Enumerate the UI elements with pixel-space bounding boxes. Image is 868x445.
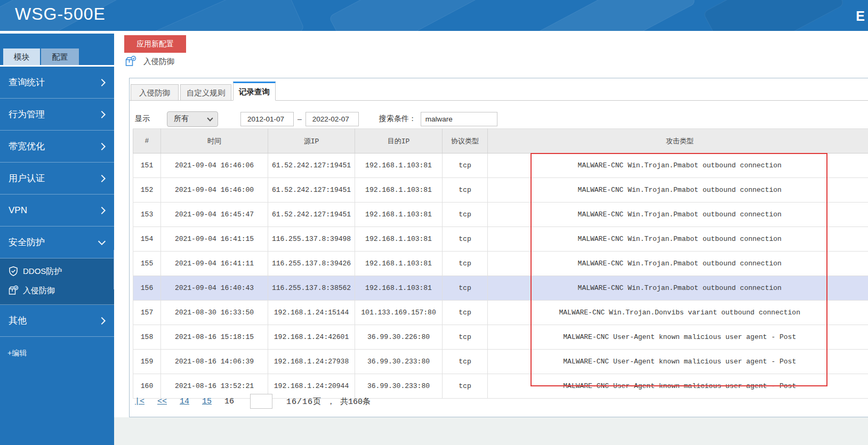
sidebar-item[interactable]: VPN (0, 195, 114, 226)
sidebar-item[interactable]: 查询统计 (0, 67, 114, 99)
main-content: 应用新配置 入侵防御 入侵防御自定义规则记录查询 显示 所有 – 搜索条件： (114, 31, 868, 445)
cell-attack-type: MALWARE-CNC Win.Trojan.Pmabot outbound c… (488, 178, 868, 203)
page-info: 16/16页 (286, 397, 322, 407)
cell-index: 159 (133, 350, 161, 374)
table-row[interactable]: 1552021-09-04 16:41:11116.255.137.8:3942… (133, 252, 868, 276)
cell-protocol: tcp (443, 252, 488, 276)
cell-source-ip: 61.52.242.127:19451 (268, 178, 355, 203)
cell-attack-type: MALWARE-CNC User-Agent known malicious u… (488, 374, 868, 399)
cell-protocol: tcp (443, 325, 488, 350)
sidebar-item-label: 其他 (9, 305, 27, 336)
display-select[interactable]: 所有 (167, 111, 218, 127)
cell-protocol: tcp (443, 227, 488, 252)
table-row[interactable]: 1592021-08-16 14:06:39192.168.1.24:27938… (133, 350, 868, 374)
cell-time: 2021-09-04 16:41:15 (161, 227, 268, 252)
column-header: 源IP (268, 129, 355, 153)
table-row[interactable]: 1582021-08-16 15:18:15192.168.1.24:42601… (133, 325, 868, 350)
breadcrumb: 入侵防御 (125, 55, 174, 67)
sidebar-edit-link[interactable]: +编辑 (7, 349, 114, 358)
sidebar-item-ddos[interactable]: DDOS防护 (0, 262, 114, 281)
sidebar-item-label: 带宽优化 (9, 131, 45, 162)
shield-check-icon (8, 266, 19, 277)
table-row[interactable]: 1522021-09-04 16:46:0061.52.242.127:1945… (133, 178, 868, 203)
cell-protocol: tcp (443, 153, 488, 178)
cell-attack-type: MALWARE-CNC Win.Trojan.Donvibs variant o… (488, 301, 868, 325)
table-row[interactable]: 1562021-09-04 16:40:43116.255.137.8:3856… (133, 276, 868, 301)
cell-source-ip: 61.52.242.127:19451 (268, 153, 355, 178)
sidebar-item[interactable]: 带宽优化 (0, 131, 114, 163)
sidebar-item-label: DDOS防护 (23, 266, 62, 277)
prev-page-link[interactable]: << (157, 397, 167, 406)
sidebar-item[interactable]: 行为管理 (0, 99, 114, 131)
cell-attack-type: MALWARE-CNC User-Agent known malicious u… (488, 350, 868, 374)
content-tab[interactable]: 入侵防御 (131, 84, 179, 100)
page-links: 1415 (180, 397, 224, 406)
chevron-right-icon (98, 142, 106, 150)
sidebar-item-label: 用户认证 (9, 163, 45, 194)
content-tab[interactable]: 记录查询 (233, 82, 276, 101)
cell-protocol: tcp (443, 276, 488, 301)
cell-time: 2021-09-04 16:46:06 (161, 153, 268, 178)
cell-protocol: tcp (443, 374, 488, 399)
sidebar-item[interactable]: 用户认证 (0, 163, 114, 195)
sidebar-item[interactable]: 安全防护 (0, 226, 114, 258)
sidebar: 模块 配置 查询统计行为管理带宽优化用户认证VPN安全防护 DDOS防护 入侵防… (0, 34, 114, 445)
display-select-value: 所有 (174, 114, 189, 124)
content-tabbar: 入侵防御自定义规则记录查询 (130, 78, 868, 101)
total-records: 共160条 (340, 397, 371, 407)
keyboard-photo-decoration (531, 0, 696, 31)
table-row[interactable]: 1512021-09-04 16:46:0661.52.242.127:1945… (133, 153, 868, 178)
display-label: 显示 (135, 114, 150, 124)
sidebar-nav: 查询统计行为管理带宽优化用户认证VPN安全防护 (0, 67, 114, 258)
chevron-right-icon (98, 174, 106, 182)
sidebar-tabbar: 模块 配置 (0, 34, 114, 67)
cell-index: 154 (133, 227, 161, 252)
sidebar-item-intrusion-prevention[interactable]: 入侵防御 (0, 281, 114, 300)
apply-config-button[interactable]: 应用新配置 (124, 35, 186, 53)
cell-index: 155 (133, 252, 161, 276)
column-header: 协议类型 (443, 129, 488, 153)
cell-protocol: tcp (443, 203, 488, 227)
cell-index: 152 (133, 178, 161, 203)
app-header: WSG-500E E (0, 0, 868, 31)
sidebar-nav-bottom: 其他 (0, 305, 114, 337)
footer-strip (114, 417, 868, 445)
cell-time: 2021-09-04 16:40:43 (161, 276, 268, 301)
cell-attack-type: MALWARE-CNC User-Agent known malicious u… (488, 325, 868, 350)
cell-attack-type: MALWARE-CNC Win.Trojan.Pmabot outbound c… (488, 252, 868, 276)
date-to-input[interactable] (306, 112, 359, 126)
cell-index: 158 (133, 325, 161, 350)
date-from-input[interactable] (240, 112, 294, 126)
sidebar-tab-modules[interactable]: 模块 (3, 48, 40, 65)
cell-time: 2021-08-16 15:18:15 (161, 325, 268, 350)
page-link[interactable]: 15 (202, 397, 212, 406)
table-row[interactable]: 1572021-08-30 16:33:50192.168.1.24:15144… (133, 301, 868, 325)
column-header: 攻击类型 (488, 129, 868, 153)
column-header: 时间 (161, 129, 268, 153)
chevron-right-icon (98, 78, 106, 86)
chevron-right-icon (98, 206, 106, 214)
search-input[interactable] (421, 112, 497, 126)
cell-protocol: tcp (443, 350, 488, 374)
chevron-right-icon (98, 317, 106, 324)
sidebar-submenu-security: DDOS防护 入侵防御 (0, 258, 114, 305)
content-tab[interactable]: 自定义规则 (180, 84, 231, 100)
cell-source-ip: 192.168.1.24:42601 (268, 325, 355, 350)
cell-index: 151 (133, 153, 161, 178)
pagination: |< << 1415 16 16/16页 ， 共160条 (135, 394, 371, 409)
cell-time: 2021-08-16 14:06:39 (161, 350, 268, 374)
page-number-input[interactable] (250, 394, 272, 409)
page-link[interactable]: 14 (180, 397, 189, 406)
first-page-link[interactable]: |< (135, 397, 144, 406)
cell-source-ip: 192.168.1.24:27938 (268, 350, 355, 374)
table-row[interactable]: 1532021-09-04 16:45:4761.52.242.127:1945… (133, 203, 868, 227)
keyboard-photo-decoration (328, 0, 515, 31)
table-row[interactable]: 1542021-09-04 16:41:15116.255.137.8:3949… (133, 227, 868, 252)
cell-source-ip: 116.255.137.8:38562 (268, 276, 355, 301)
cell-dest-ip: 192.168.1.103:81 (355, 276, 443, 301)
breadcrumb-label: 入侵防御 (143, 56, 174, 67)
cell-protocol: tcp (443, 178, 488, 203)
sidebar-item[interactable]: 其他 (0, 305, 114, 337)
sidebar-tab-config[interactable]: 配置 (41, 48, 79, 65)
cell-dest-ip: 36.99.30.226:80 (355, 325, 443, 350)
